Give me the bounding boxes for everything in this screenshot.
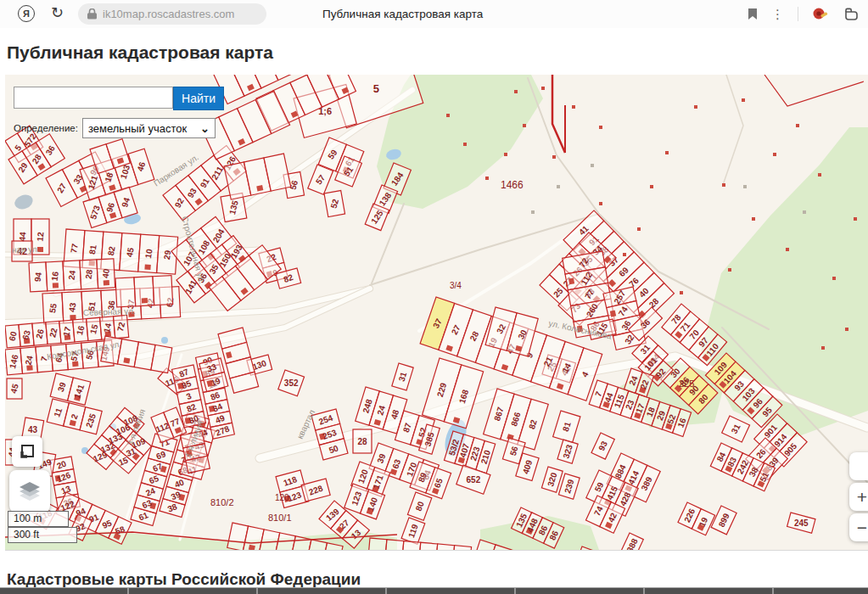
svg-text:28: 28	[357, 437, 367, 446]
map-container: 5572292836273396121181034657396944412427…	[5, 75, 868, 551]
svg-text:652: 652	[467, 475, 481, 485]
search-bar: Найти	[14, 87, 224, 110]
svg-text:28: 28	[84, 269, 95, 280]
tabs-panel-icon[interactable]	[843, 8, 858, 21]
toolbar-separator	[798, 7, 798, 21]
zoom-in-button[interactable]: +	[849, 483, 868, 511]
menu-kebab-icon[interactable]: ⋮	[771, 7, 784, 22]
layers-button[interactable]	[9, 470, 50, 513]
extension-icon[interactable]	[812, 7, 829, 21]
svg-text:810/1: 810/1	[268, 513, 292, 523]
search-button[interactable]: Найти	[173, 87, 224, 110]
filter-label: Определение:	[14, 123, 78, 133]
svg-text:120: 120	[275, 493, 289, 502]
svg-text:245: 245	[794, 518, 809, 528]
svg-text:43: 43	[28, 425, 38, 434]
tab-title: Публичная кадастровая карта	[322, 8, 483, 20]
svg-text:44: 44	[18, 232, 28, 242]
bookmark-icon[interactable]	[748, 8, 758, 20]
select-value: земельный участок	[88, 122, 187, 135]
scale-bar-imperial: 300 ft	[8, 527, 77, 543]
address-bar[interactable]: ik10map.roscadastres.com	[78, 3, 266, 25]
svg-text:16: 16	[50, 271, 61, 282]
svg-text:Северная ул.: Северная ул.	[83, 306, 136, 317]
lock-icon	[87, 8, 97, 20]
browser-logo-icon[interactable]: Я	[18, 5, 35, 22]
measure-button[interactable]	[12, 436, 42, 467]
scale-bar-metric: 100 m	[8, 511, 69, 527]
svg-text:5: 5	[373, 82, 379, 95]
browser-toolbar: Я ↻ ik10map.roscadastres.com Публичная к…	[0, 0, 868, 28]
filter-row: Определение: земельный участок ⌄	[14, 118, 216, 138]
browser-window: { "browser":{"logo":"Я","refresh_icon":"…	[0, 0, 868, 594]
chevron-down-icon: ⌄	[200, 122, 210, 135]
map-extra-button[interactable]	[849, 452, 868, 480]
svg-text:40: 40	[101, 268, 112, 279]
svg-text:352: 352	[284, 378, 299, 388]
svg-text:55: 55	[48, 303, 59, 314]
cadastral-map[interactable]: 5572292836273396121181034657396944412427…	[5, 75, 868, 550]
refresh-icon[interactable]: ↻	[51, 3, 64, 22]
svg-text:225: 225	[679, 378, 694, 389]
url-text: ik10map.roscadastres.com	[103, 8, 234, 20]
region-table-edge	[0, 587, 868, 594]
footer-title: Кадастровые карты Российской Федерации	[7, 570, 361, 589]
svg-text:43: 43	[67, 301, 78, 312]
svg-text:810/2: 810/2	[210, 497, 234, 507]
layers-icon	[17, 480, 42, 503]
page-title: Публичная кадастровая карта	[7, 42, 273, 63]
svg-text:1466: 1466	[501, 179, 524, 191]
measure-icon	[19, 443, 36, 460]
svg-text:24: 24	[67, 270, 78, 281]
svg-text:12: 12	[36, 232, 46, 242]
object-type-select[interactable]: земельный участок ⌄	[82, 118, 216, 138]
svg-text:94: 94	[33, 272, 44, 283]
svg-text:ная ул.: ная ул.	[12, 244, 40, 255]
search-input[interactable]	[14, 87, 173, 109]
zoom-out-button[interactable]: −	[849, 513, 868, 541]
svg-text:3/4: 3/4	[450, 281, 462, 290]
